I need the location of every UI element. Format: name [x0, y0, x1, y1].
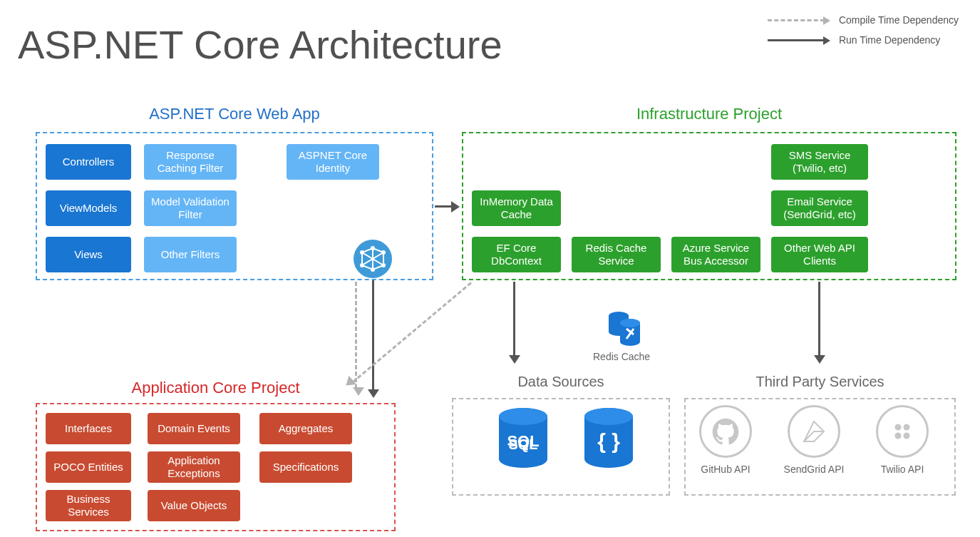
svg-point-17 [904, 433, 910, 439]
svg-point-10 [584, 408, 633, 425]
block-model-validation: Model Validation Filter [144, 190, 237, 226]
dashed-arrow-icon [768, 19, 825, 21]
svg-point-15 [904, 424, 910, 431]
block-views: Views [46, 237, 131, 272]
diagram-title: ASP.NET Core Architecture [18, 21, 502, 68]
block-aggregates: Aggregates [259, 413, 352, 444]
block-efcore: EF Core DbContext [472, 237, 561, 272]
block-email: Email Service (SendGrid, etc) [771, 190, 868, 226]
thirdparty-title: Third Party Services [755, 374, 884, 390]
legend-compile-time: Compile Time Dependency [768, 14, 959, 26]
block-redis: Redis Cache Service [572, 237, 661, 272]
block-inmemory: InMemory Data Cache [472, 190, 561, 226]
datasources-group: Data Sources [452, 398, 670, 496]
datasources-title: Data Sources [517, 374, 604, 390]
svg-point-13 [620, 319, 640, 327]
legend-runtime: Run Time Dependency [768, 34, 959, 46]
svg-point-5 [371, 267, 375, 272]
block-business: Business Services [46, 490, 131, 521]
block-viewmodels: ViewModels [46, 190, 131, 226]
block-azure-bus: Azure Service Bus Accessor [671, 237, 760, 272]
sendgrid-icon [788, 405, 840, 458]
appcore-group: Application Core Project Interfaces POCO… [36, 403, 396, 531]
arrow-infra-to-thirdparty [818, 282, 820, 357]
block-other-filters: Other Filters [144, 237, 237, 272]
github-api-label: GitHub API [683, 464, 768, 475]
legend-runtime-label: Run Time Dependency [839, 34, 940, 46]
arrow-infra-to-datasources [513, 282, 515, 357]
block-other-api: Other Web API Clients [771, 237, 868, 272]
block-value-objects: Value Objects [148, 490, 240, 521]
sql-label: SQL [495, 436, 551, 453]
block-sms: SMS Service (Twilio, etc) [771, 144, 868, 180]
infra-group: Infrastructure Project InMemory Data Cac… [462, 132, 956, 280]
sql-database-icon: SQL SQL [495, 406, 551, 472]
twilio-api-label: Twilio API [860, 464, 945, 475]
redis-cache-label: Redis Cache [593, 351, 650, 362]
svg-point-1 [360, 250, 364, 255]
block-aspnet-identity: ASPNET Core Identity [287, 144, 379, 180]
infra-title: Infrastructure Project [636, 105, 782, 123]
json-braces-label: { } [581, 429, 636, 454]
svg-point-3 [360, 263, 364, 267]
twilio-icon [876, 405, 929, 458]
svg-point-7 [499, 408, 547, 425]
block-app-exceptions: Application Exceptions [148, 451, 240, 483]
redis-cache-icon [607, 310, 641, 352]
svg-point-0 [371, 246, 375, 250]
svg-point-2 [381, 250, 386, 255]
api-icon [354, 240, 392, 278]
svg-point-14 [895, 424, 902, 431]
block-poco: POCO Entities [46, 451, 131, 483]
arrow-webapp-to-infra [435, 205, 453, 208]
solid-arrow-icon [768, 39, 825, 41]
svg-point-16 [895, 433, 902, 439]
json-database-icon: { } [581, 406, 636, 472]
block-controllers: Controllers [46, 144, 131, 180]
legend: Compile Time Dependency Run Time Depende… [768, 14, 959, 54]
sendgrid-api-label: SendGrid API [771, 464, 857, 475]
block-interfaces: Interfaces [46, 413, 131, 444]
arrow-infra-to-appcore-compile [352, 282, 472, 383]
arrow-webapp-to-appcore-runtime [372, 280, 374, 391]
block-domain-events: Domain Events [148, 413, 240, 444]
block-response-caching: Response Caching Filter [144, 144, 237, 180]
legend-compile-label: Compile Time Dependency [839, 14, 959, 26]
block-specifications: Specifications [259, 451, 352, 483]
github-icon [699, 405, 752, 458]
svg-point-4 [381, 263, 386, 267]
arrow-webapp-to-appcore-compile [355, 282, 357, 389]
webapp-title: ASP.NET Core Web App [149, 105, 320, 123]
appcore-title: Application Core Project [131, 379, 299, 397]
